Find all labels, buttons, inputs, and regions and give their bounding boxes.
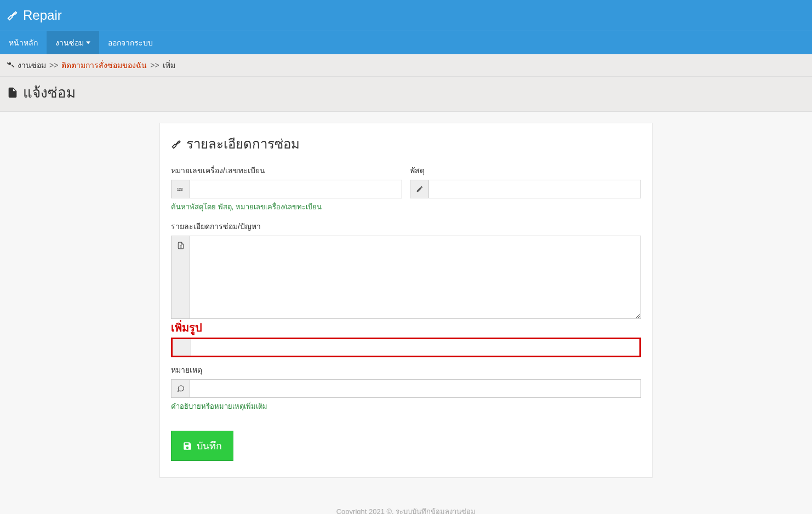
serial-hint: ค้นหาพัสดุโดย พัสดุ, หมายเลขเครื่อง/เลขท… <box>171 201 402 213</box>
breadcrumb: งานซ่อม >> ติดตามการสั่งซ่อมของฉัน >> เพ… <box>0 54 812 77</box>
serial-label: หมายเลขเครื่อง/เลขทะเบียน <box>171 164 402 176</box>
add-image-box[interactable] <box>171 338 641 357</box>
nav-home[interactable]: หน้าหลัก <box>0 31 47 54</box>
comment-icon <box>171 380 190 397</box>
save-button[interactable]: บันทึก <box>171 431 233 461</box>
product-input[interactable] <box>429 180 641 198</box>
breadcrumb-item-1: งานซ่อม <box>18 59 46 71</box>
desc-textarea[interactable] <box>190 236 641 318</box>
note-input[interactable] <box>190 380 641 397</box>
wrench-icon <box>171 139 182 150</box>
main-nav: หน้าหลัก งานซ่อม ออกจากระบบ <box>0 31 812 54</box>
footer-line1: Copyright 2021 ©, ระบบบันทึกข้อมูลงานซ่อ… <box>0 506 812 514</box>
note-label: หมายเหตุ <box>171 364 641 376</box>
nav-logout[interactable]: ออกจากระบบ <box>99 31 162 54</box>
tools-icon <box>7 61 14 69</box>
serial-input[interactable] <box>190 180 402 198</box>
pencil-icon <box>410 180 429 198</box>
product-label: พัสดุ <box>410 164 641 176</box>
app-title: Repair <box>23 8 62 23</box>
number-icon: 123 <box>171 180 190 198</box>
add-image-label: เพิ่มรูป <box>171 319 202 336</box>
breadcrumb-item-2[interactable]: ติดตามการสั่งซ่อมของฉัน <box>61 59 147 71</box>
desc-label: รายละเอียดการซ่อม/ปัญหา <box>171 220 641 232</box>
nav-repair[interactable]: งานซ่อม <box>47 31 99 54</box>
note-hint: คำอธิบายหรือหมายเหตุเพิ่มเติม <box>171 401 641 412</box>
page-title: แจ้งซ่อม <box>0 77 812 112</box>
svg-text:123: 123 <box>177 187 183 191</box>
file-icon <box>7 87 19 99</box>
wrench-icon <box>7 9 19 21</box>
caret-down-icon <box>86 41 90 45</box>
save-icon <box>182 441 192 451</box>
form-card: รายละเอียดการซ่อม หมายเลขเครื่อง/เลขทะเบ… <box>159 123 653 478</box>
upload-icon <box>173 339 191 356</box>
card-title-text: รายละเอียดการซ่อม <box>186 133 300 155</box>
app-header: Repair <box>0 0 812 31</box>
breadcrumb-item-3: เพิ่ม <box>163 59 175 71</box>
document-icon <box>171 236 190 318</box>
footer: Copyright 2021 ©, ระบบบันทึกข้อมูลงานซ่อ… <box>0 500 812 514</box>
